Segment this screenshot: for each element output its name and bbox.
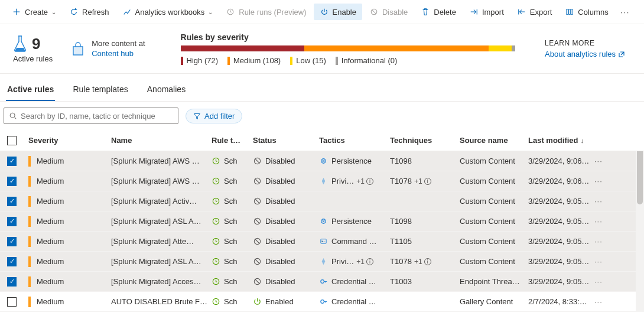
flask-icon: [13, 35, 27, 53]
search-input[interactable]: [21, 112, 173, 121]
create-button[interactable]: Create ⌄: [6, 4, 62, 20]
cell-name[interactable]: [Splunk Migrated] AWS …: [111, 157, 212, 165]
table-row[interactable]: ✓Medium[Splunk Migrated] ASL A…SchDisabl…: [0, 252, 644, 272]
row-overflow-menu[interactable]: ···: [594, 237, 618, 246]
row-overflow-menu[interactable]: ···: [594, 177, 618, 185]
row-checkbox[interactable]: ✓: [7, 257, 17, 266]
disabled-icon: [253, 157, 262, 165]
col-source[interactable]: Source name: [460, 136, 528, 145]
power-icon: [320, 7, 329, 17]
table-row[interactable]: ✓Medium[Splunk Migrated] Acces…SchDisabl…: [0, 272, 644, 292]
table-row[interactable]: ✓Medium[Splunk Migrated] Activ…SchDisabl…: [0, 191, 644, 211]
svg-point-21: [321, 280, 324, 284]
row-checkbox[interactable]: ✓: [7, 217, 17, 226]
row-overflow-menu[interactable]: ···: [594, 157, 618, 165]
row-checkbox[interactable]: ✓: [7, 177, 17, 186]
rule-runs-button: Rule runs (Preview): [220, 4, 312, 20]
cell-modified: 3/29/2024, 9:06…: [528, 177, 594, 185]
svg-rect-2: [567, 9, 568, 15]
tab-anomalies[interactable]: Anomalies: [146, 80, 187, 101]
sev-title: Rules by severity: [181, 32, 516, 42]
col-status[interactable]: Status: [253, 136, 319, 145]
table-row[interactable]: ✓Medium[Splunk Migrated] Atte…SchDisable…: [0, 232, 644, 252]
table-row[interactable]: MediumAUTO DISABLED Brute F…SchEnabledCr…: [0, 292, 644, 312]
refresh-label: Refresh: [82, 8, 109, 17]
table-row[interactable]: ✓Medium[Splunk Migrated] AWS …SchDisable…: [0, 151, 644, 171]
sev-seg-high: [181, 45, 305, 51]
add-filter-button[interactable]: Add filter: [186, 109, 242, 123]
disabled-icon: [253, 277, 262, 286]
cell-name[interactable]: [Splunk Migrated] Atte…: [111, 237, 212, 246]
tactic-icon: [319, 277, 328, 286]
cell-name[interactable]: [Splunk Migrated] Activ…: [111, 197, 212, 206]
export-button[interactable]: Export: [511, 4, 558, 20]
row-overflow-menu[interactable]: ···: [594, 197, 618, 206]
cell-techniques: T1078 +1i: [390, 257, 460, 266]
tab-active-rules[interactable]: Active rules: [6, 80, 55, 101]
col-severity[interactable]: Severity: [28, 136, 111, 145]
learn-link[interactable]: About analytics rules: [545, 50, 625, 58]
col-modified[interactable]: Last modified ↓: [528, 136, 594, 145]
disabled-icon: [253, 257, 262, 266]
cell-modified: 3/29/2024, 9:05…: [528, 257, 594, 266]
row-checkbox[interactable]: ✓: [7, 277, 17, 287]
import-icon: [469, 7, 479, 17]
workbooks-label: Analytics workbooks: [135, 8, 205, 17]
cell-tactics: Privi… +1i: [319, 177, 390, 185]
row-checkbox[interactable]: ✓: [7, 237, 17, 246]
info-icon: i: [366, 178, 373, 185]
cell-severity: Medium: [28, 256, 111, 267]
cell-name[interactable]: [Splunk Migrated] ASL A…: [111, 217, 212, 226]
info-icon: i: [424, 178, 431, 185]
table: Severity Name Rule t… Status Tactics Tec…: [0, 130, 644, 319]
delete-label: Delete: [434, 8, 456, 17]
columns-label: Columns: [578, 8, 608, 17]
table-row[interactable]: ✓Medium[Splunk Migrated] ASL A…SchDisabl…: [0, 211, 644, 232]
row-checkbox[interactable]: ✓: [7, 197, 17, 206]
svg-rect-4: [571, 9, 573, 15]
row-overflow-menu[interactable]: ···: [594, 257, 618, 266]
cell-name[interactable]: [Splunk Migrated] Acces…: [111, 277, 212, 286]
tactic-icon: [319, 217, 328, 226]
tab-templates[interactable]: Rule templates: [71, 80, 129, 101]
cell-source: Gallery Content: [460, 297, 528, 306]
rule-runs-label: Rule runs (Preview): [239, 8, 306, 17]
row-overflow-menu[interactable]: ···: [594, 277, 618, 286]
hub-link[interactable]: Content hub: [92, 49, 145, 59]
cell-rule-type: Sch: [212, 257, 253, 266]
overflow-menu[interactable]: ···: [616, 4, 635, 20]
import-button[interactable]: Import: [463, 4, 510, 20]
row-checkbox[interactable]: [7, 297, 17, 307]
row-overflow-menu[interactable]: ···: [594, 297, 618, 306]
cell-status: Disabled: [253, 277, 319, 286]
chart-icon: [122, 7, 132, 17]
col-name[interactable]: Name: [111, 136, 212, 145]
rules-by-severity: Rules by severity High (72) Medium (108)…: [181, 32, 516, 65]
enable-button[interactable]: Enable: [314, 4, 362, 20]
search-box[interactable]: [4, 108, 178, 124]
import-label: Import: [482, 8, 504, 17]
workbooks-button[interactable]: Analytics workbooks ⌄: [116, 4, 219, 20]
row-overflow-menu[interactable]: ···: [594, 217, 618, 226]
select-all-checkbox[interactable]: [7, 136, 17, 145]
refresh-button[interactable]: Refresh: [63, 4, 115, 20]
cell-name[interactable]: AUTO DISABLED Brute F…: [111, 297, 212, 306]
cell-source: Custom Content: [460, 257, 528, 266]
row-checkbox[interactable]: ✓: [7, 157, 17, 166]
cell-techniques: T1098: [390, 157, 460, 165]
cell-tactics: Credential …: [319, 277, 390, 286]
columns-button[interactable]: Columns: [559, 4, 614, 20]
col-techniques[interactable]: Techniques: [390, 136, 460, 145]
table-row[interactable]: ✓Medium[Splunk Migrated] AWS …SchDisable…: [0, 171, 644, 191]
filter-row: Add filter: [0, 102, 644, 130]
col-rule-type[interactable]: Rule t…: [212, 136, 253, 145]
info-icon: i: [424, 258, 431, 265]
cell-name[interactable]: [Splunk Migrated] AWS …: [111, 177, 212, 185]
cell-tactics: Credential …: [319, 297, 390, 306]
sev-seg-medium: [304, 45, 489, 51]
create-label: Create: [25, 8, 48, 17]
content-hub-card[interactable]: More content at Content hub: [70, 39, 145, 59]
cell-name[interactable]: [Splunk Migrated] ASL A…: [111, 257, 212, 266]
delete-button[interactable]: Delete: [415, 4, 462, 20]
col-tactics[interactable]: Tactics: [319, 136, 390, 145]
